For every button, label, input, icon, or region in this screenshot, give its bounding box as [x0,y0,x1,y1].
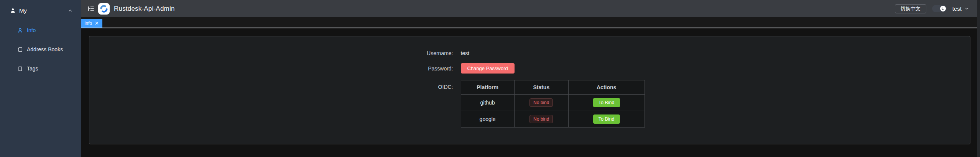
actions-cell: To Bind [568,111,645,128]
header-right-controls: 切换中文 test [895,4,969,13]
sidebar-item-label: Info [27,27,36,33]
oidc-table: Platform Status Actions github No bind [461,80,645,128]
tabs-view-bar: Info [81,17,977,28]
sidebar-item-label: Address Books [27,46,63,52]
vertical-scrollbar[interactable] [977,0,980,157]
platform-cell: google [461,111,514,128]
oidc-label: OIDC: [415,80,453,128]
status-badge: No bind [529,98,553,107]
to-bind-button-github[interactable]: To Bind [593,98,620,107]
sidebar-item-label: Tags [27,65,38,72]
username-value: test [461,47,470,59]
sidebar-group-my[interactable]: My [0,0,81,21]
status-badge: No bind [529,115,553,123]
tab-info[interactable]: Info [81,19,102,28]
to-bind-button-google[interactable]: To Bind [593,114,620,124]
app-title: Rustdesk-Api-Admin [114,5,175,13]
username-label: Username: [415,47,453,59]
sidebar-item-info[interactable]: Info [0,21,81,40]
table-header-platform: Platform [461,80,514,95]
user-info-card: Username: test Password: Change Password… [89,36,970,144]
account-form: Username: test Password: Change Password… [415,47,645,128]
sidebar-item-address-books[interactable]: Address Books [0,40,81,59]
chevron-down-icon [964,6,969,11]
change-password-button[interactable]: Change Password [461,63,515,74]
table-row-google: google No bind To Bind [461,111,645,128]
bookmark-icon [17,66,23,72]
table-row-github: github No bind To Bind [461,95,645,111]
password-label: Password: [415,62,453,75]
user-dropdown[interactable]: test [952,5,969,12]
table-header-actions: Actions [568,80,645,95]
switch-language-button[interactable]: 切换中文 [895,4,926,13]
user-outline-icon [17,28,23,33]
sidebar: My Info Address Books Tags [0,0,81,157]
toggle-thumb [940,6,946,11]
header: Rustdesk-Api-Admin 切换中文 test [81,0,977,17]
status-cell: No bind [514,95,568,111]
oidc-table-header-row: Platform Status Actions [461,80,645,95]
oidc-row: OIDC: Platform Status Actions github [415,80,645,128]
dark-mode-toggle[interactable] [932,5,947,12]
user-filled-icon [10,8,16,13]
moon-icon [941,7,945,11]
table-header-status: Status [514,80,568,95]
fold-menu-icon[interactable] [87,5,95,12]
app-logo-icon [98,3,110,15]
sidebar-item-tags[interactable]: Tags [0,59,81,78]
platform-cell: github [461,95,514,111]
password-row: Password: Change Password [415,62,645,75]
notebook-icon [17,47,23,52]
sidebar-group-label: My [19,7,27,14]
tab-label: Info [84,21,92,26]
status-cell: No bind [514,111,568,128]
chevron-up-icon [68,8,73,13]
username-row: Username: test [415,47,645,59]
main-content: Username: test Password: Change Password… [81,28,977,157]
tab-close-icon[interactable] [95,21,99,25]
username-text: test [952,5,962,12]
actions-cell: To Bind [568,95,645,111]
